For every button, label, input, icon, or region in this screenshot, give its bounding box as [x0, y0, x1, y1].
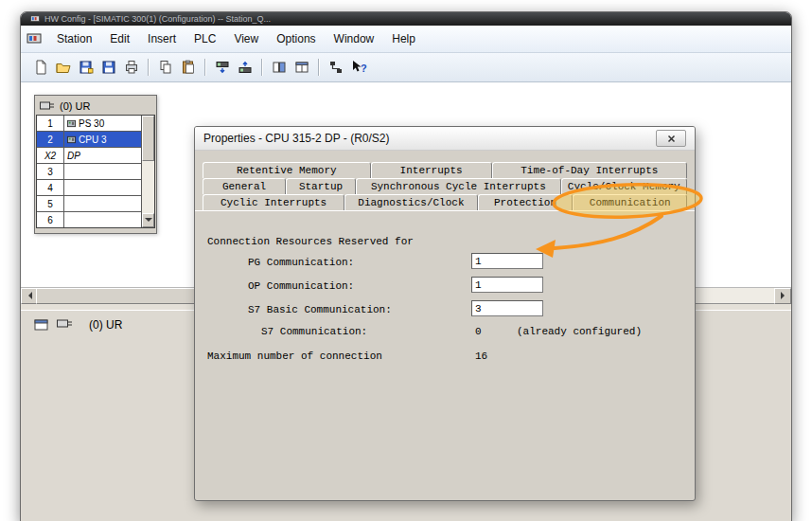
menu-view[interactable]: View — [225, 29, 267, 48]
section-title: Connection Resources Reserved for — [207, 236, 414, 247]
paste-icon — [181, 60, 196, 75]
rack-row-x2[interactable]: X2 DP — [37, 148, 141, 164]
copy-button[interactable] — [154, 57, 177, 78]
save-icon — [101, 60, 116, 75]
rack-window: (0) UR 1 PS 30 2 CPU 3 X2 — [34, 95, 157, 234]
save-compile-button[interactable] — [75, 57, 97, 78]
module-name: DP — [67, 151, 80, 161]
rack-slot-table: 1 PS 30 2 CPU 3 X2 DP 3 — [36, 115, 155, 228]
module-name: CPU 3 — [79, 135, 106, 145]
rack-title: (0) UR — [60, 100, 90, 112]
rack-row-slot1[interactable]: 1 PS 30 — [37, 116, 141, 132]
toolbar-separator — [204, 59, 206, 76]
communication-tab-panel: Connection Resources Reserved for PG Com… — [195, 210, 695, 500]
toolbar-separator — [261, 59, 263, 76]
menu-window[interactable]: Window — [326, 29, 383, 48]
chevron-down-icon — [145, 218, 152, 225]
station-item-ur[interactable]: (0) UR — [89, 318, 122, 332]
menu-options[interactable]: Options — [268, 29, 324, 48]
rack-row-slot5[interactable]: 5 — [37, 196, 141, 212]
tab-general[interactable]: General — [203, 178, 286, 194]
slot-number: 4 — [37, 180, 64, 195]
tab-cycle-clock-memory[interactable]: Cycle/Clock Memory — [561, 178, 687, 194]
dialog-titlebar[interactable]: Properties - CPU 315-2 DP - (R0/S2) — [195, 127, 695, 151]
tab-row-3: Cyclic Interrupts Diagnostics/Clock Prot… — [203, 194, 687, 210]
window-title: HW Config - [SIMATIC 300(1) (Configurati… — [44, 14, 271, 24]
menu-help[interactable]: Help — [383, 29, 424, 48]
dialog-close-button[interactable] — [656, 130, 686, 147]
tab-synchronous-cycle-interrupts[interactable]: Synchronous Cycle Interrupts — [356, 178, 560, 194]
save-button[interactable] — [97, 57, 120, 78]
scroll-right-button[interactable] — [774, 288, 791, 304]
chevron-left-icon — [25, 292, 32, 299]
toolbar: ? — [21, 53, 791, 82]
split-view-button[interactable] — [291, 57, 313, 78]
menubar: Station Edit Insert PLC View Options Win… — [21, 26, 791, 53]
toolbar-separator — [318, 59, 320, 76]
upload-from-module-icon — [238, 60, 253, 75]
save-compile-icon — [79, 60, 94, 75]
svg-text:?: ? — [361, 63, 367, 74]
rack-scrollbar-thumb[interactable] — [142, 116, 154, 161]
tab-protection[interactable]: Protection — [478, 194, 574, 210]
module-icon — [67, 135, 76, 144]
max-connections-value: 16 — [475, 350, 487, 362]
s7-communication-value: 0 — [475, 326, 482, 337]
toolbar-separator — [148, 59, 150, 76]
document-icon[interactable] — [26, 32, 42, 45]
print-button[interactable] — [120, 57, 143, 78]
slot-number: X2 — [37, 148, 64, 163]
rack-row-slot4[interactable]: 4 — [37, 180, 141, 196]
catalog-button[interactable] — [268, 57, 291, 78]
module-icon — [67, 119, 76, 128]
s7-basic-communication-input[interactable] — [471, 300, 543, 316]
download-button[interactable] — [211, 57, 234, 78]
tab-startup[interactable]: Startup — [286, 178, 356, 194]
slot-number: 2 — [37, 132, 64, 147]
op-communication-label: OP Communication: — [248, 280, 354, 292]
rack-scrollbar[interactable] — [141, 116, 154, 227]
copy-icon — [158, 60, 173, 75]
help-button[interactable]: ? — [347, 57, 370, 78]
tab-time-of-day-interrupts[interactable]: Time-of-Day Interrupts — [492, 162, 687, 178]
open-folder-icon — [56, 60, 71, 75]
slot-number: 3 — [37, 164, 64, 179]
desktop: HW Config - [SIMATIC 300(1) (Configurati… — [0, 0, 812, 521]
network-button[interactable] — [325, 57, 347, 78]
menu-station[interactable]: Station — [48, 29, 100, 48]
window-titlebar[interactable]: HW Config - [SIMATIC 300(1) (Configurati… — [21, 12, 791, 26]
tab-communication[interactable]: Communication — [573, 194, 687, 210]
rack-row-slot2-selected[interactable]: 2 CPU 3 — [37, 132, 141, 148]
already-configured-note: (already configured) — [517, 326, 642, 337]
rack-rows: 1 PS 30 2 CPU 3 X2 DP 3 — [37, 116, 141, 227]
dialog-tabs: Retentive Memory Interrupts Time-of-Day … — [195, 151, 695, 210]
open-button[interactable] — [52, 57, 75, 78]
rack-row-slot6[interactable]: 6 — [37, 212, 141, 227]
chevron-right-icon — [781, 292, 788, 299]
menu-edit[interactable]: Edit — [101, 29, 138, 48]
tab-cyclic-interrupts[interactable]: Cyclic Interrupts — [203, 194, 344, 210]
rack-row-slot3[interactable]: 3 — [37, 164, 141, 180]
rack-scroll-down-button[interactable] — [142, 213, 154, 227]
tab-diagnostics-clock[interactable]: Diagnostics/Clock — [344, 194, 477, 210]
menu-plc[interactable]: PLC — [185, 29, 224, 48]
op-communication-input[interactable] — [471, 277, 543, 293]
s7-communication-label: S7 Communication: — [261, 326, 367, 337]
rack-icon — [40, 101, 55, 110]
paste-button[interactable] — [177, 57, 200, 78]
pg-communication-input[interactable] — [471, 253, 543, 269]
dialog-title: Properties - CPU 315-2 DP - (R0/S2) — [203, 132, 390, 145]
station-window-icon[interactable] — [34, 318, 50, 332]
slot-number: 6 — [37, 212, 64, 227]
new-icon — [33, 60, 48, 75]
upload-button[interactable] — [234, 57, 256, 78]
tab-retentive-memory[interactable]: Retentive Memory — [203, 162, 371, 178]
tab-interrupts[interactable]: Interrupts — [371, 162, 492, 178]
split-view-icon — [294, 60, 309, 75]
rack-icon[interactable] — [57, 318, 73, 329]
rack-header[interactable]: (0) UR — [36, 97, 155, 115]
tab-row-1: Retentive Memory Interrupts Time-of-Day … — [203, 162, 687, 178]
new-button[interactable] — [29, 57, 52, 78]
close-icon — [667, 135, 676, 143]
menu-insert[interactable]: Insert — [139, 29, 185, 48]
